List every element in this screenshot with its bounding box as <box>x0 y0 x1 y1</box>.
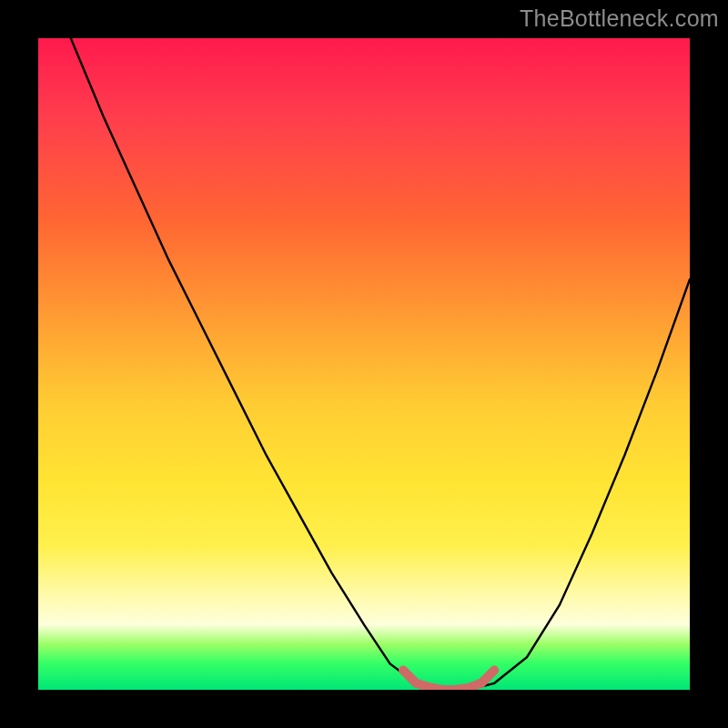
curve-layer <box>38 38 690 690</box>
chart-frame: TheBottleneck.com <box>0 0 728 728</box>
plot-area <box>38 38 690 690</box>
bottleneck-curve <box>71 38 690 690</box>
watermark-text: TheBottleneck.com <box>520 5 719 32</box>
valley-floor-line <box>403 671 494 691</box>
